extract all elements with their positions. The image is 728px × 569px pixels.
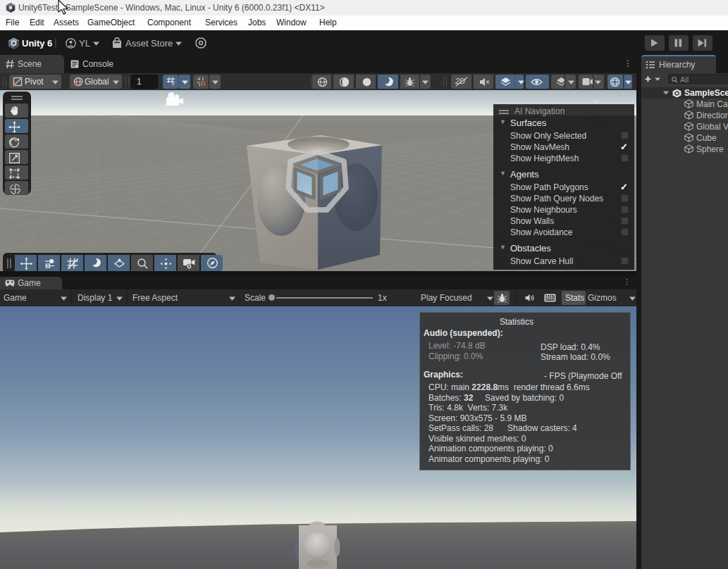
svg-text:Y: Y [171, 81, 175, 87]
